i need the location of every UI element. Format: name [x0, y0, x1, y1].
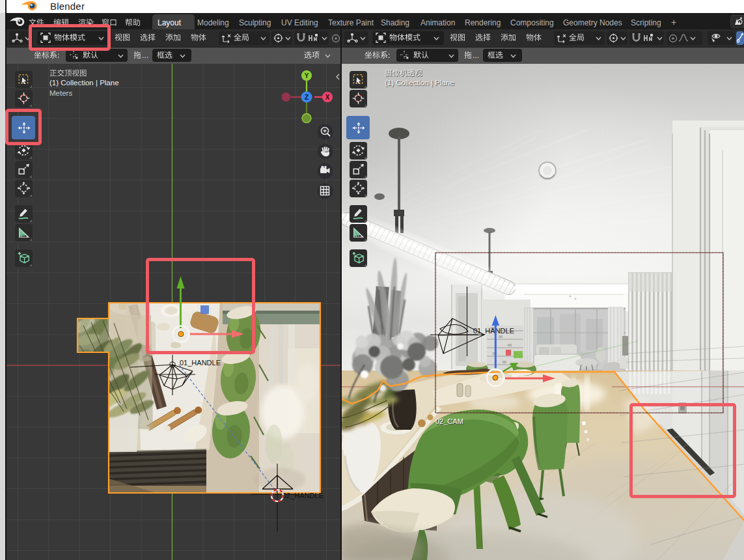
- svg-text:Y: Y: [305, 72, 309, 79]
- svg-text:02_HANDLE: 02_HANDLE: [282, 492, 324, 499]
- svg-text:Z: Z: [305, 94, 309, 101]
- svg-text:01_HANDLE: 01_HANDLE: [180, 359, 221, 367]
- svg-text:01_HANDLE: 01_HANDLE: [473, 327, 514, 335]
- svg-text:X: X: [325, 94, 330, 101]
- svg-text:02_CAM: 02_CAM: [435, 417, 463, 425]
